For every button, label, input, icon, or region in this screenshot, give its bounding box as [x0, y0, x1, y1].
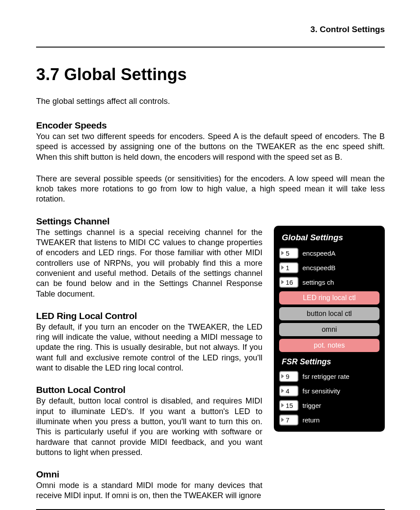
fsr-title: FSR Settings	[282, 357, 379, 367]
toggle-button-local[interactable]: button local ctl	[279, 307, 379, 320]
label-fsr-retrigger: fsr retrigger rate	[302, 373, 350, 380]
setting-row-fsr-retrigger: 9 fsr retrigger rate	[279, 371, 379, 382]
section-title: 3.7 Global Settings	[36, 65, 385, 84]
toggle-led-ring-local[interactable]: LED ring local ctl	[279, 291, 379, 305]
settings-channel-head: Settings Channel	[36, 216, 262, 227]
label-encspeedb: encspeedB	[302, 264, 335, 272]
setting-row-encspeedb: 1 encspeedB	[279, 262, 379, 273]
label-return: return	[302, 416, 320, 424]
encoder-speeds-head: Encoder Speeds	[36, 120, 385, 131]
setting-row-return: 7 return	[279, 415, 379, 426]
button-local-p: By default, button local control is disa…	[36, 396, 262, 458]
intro-text: The global settings affect all controls.	[36, 96, 385, 106]
led-ring-head: LED Ring Local Control	[36, 311, 262, 321]
numbox-settingsch[interactable]: 16	[279, 277, 298, 288]
settings-channel-p: The settings channel is a special receiv…	[36, 227, 262, 299]
numbox-encspeedb[interactable]: 1	[279, 262, 298, 273]
label-trigger: trigger	[302, 402, 321, 409]
led-ring-p: By default, if you turn an encoder on th…	[36, 322, 262, 373]
numbox-trigger[interactable]: 15	[279, 400, 298, 411]
numbox-encspeeda[interactable]: 5	[279, 248, 298, 259]
label-settingsch: settings ch	[302, 279, 334, 286]
setting-row-fsr-sensitivity: 4 fsr sensitivity	[279, 385, 379, 396]
panel-title: Global Settings	[282, 233, 379, 242]
omni-head: Omni	[36, 469, 262, 480]
label-fsr-sensitivity: fsr sensitivity	[302, 387, 340, 395]
toggle-omni[interactable]: omni	[279, 323, 379, 336]
setting-row-settingsch: 16 settings ch	[279, 277, 379, 288]
encoder-speeds-p1: You can set two different speeds for enc…	[36, 132, 385, 162]
numbox-fsr-sensitivity[interactable]: 4	[279, 385, 298, 396]
numbox-return[interactable]: 7	[279, 415, 298, 426]
toggle-pot-notes[interactable]: pot. notes	[279, 339, 379, 352]
global-settings-panel: Global Settings 5 encspeedA 1 encspeedB …	[274, 226, 385, 432]
setting-row-trigger: 15 trigger	[279, 400, 379, 411]
encoder-speeds-p2: There are several possible speeds (or se…	[36, 174, 385, 205]
omni-p: Omni mode is a standard MIDI mode for ma…	[36, 481, 262, 501]
label-encspeeda: encspeedA	[302, 249, 335, 257]
numbox-fsr-retrigger[interactable]: 9	[279, 371, 298, 382]
page-header: 3. Control Settings	[36, 25, 385, 48]
setting-row-encspeeda: 5 encspeedA	[279, 248, 379, 259]
button-local-head: Button Local Control	[36, 385, 262, 395]
